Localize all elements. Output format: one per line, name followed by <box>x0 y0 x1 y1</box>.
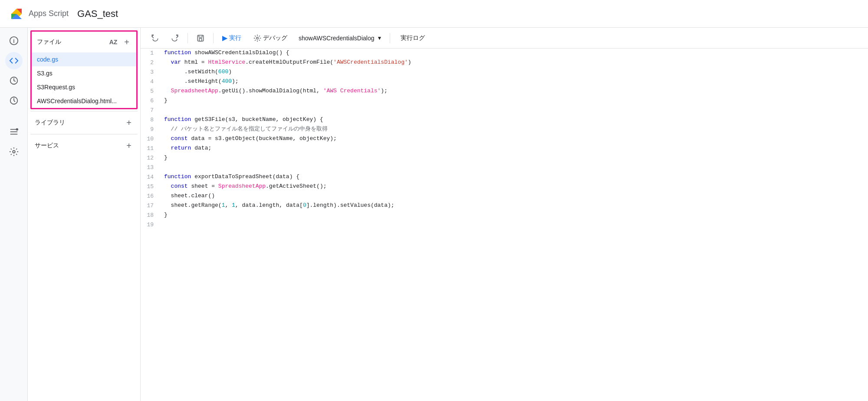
add-file-button[interactable]: + <box>122 36 131 48</box>
code-line-1: 1 function showAWSCredentialsDialog() { <box>141 49 868 58</box>
editor-area: ▶ 実行 デバッグ showAWSCredentialsDialog ▼ 実行ロ… <box>141 28 868 401</box>
files-header: ファイル AZ + <box>32 32 136 52</box>
code-line-4: 4 .setHeight(400); <box>141 77 868 87</box>
libraries-label: ライブラリ <box>35 119 65 127</box>
nav-info[interactable]: i <box>5 32 23 49</box>
code-line-18: 18 } <box>141 211 868 220</box>
code-editor[interactable]: 1 function showAWSCredentialsDialog() { … <box>141 49 868 401</box>
nav-settings[interactable] <box>5 143 23 160</box>
files-header-actions: AZ + <box>108 36 131 48</box>
file-item-s3-gs[interactable]: S3.gs <box>32 66 136 80</box>
debug-button[interactable]: デバッグ <box>248 32 293 45</box>
run-label: 実行 <box>229 34 241 42</box>
toolbar: ▶ 実行 デバッグ showAWSCredentialsDialog ▼ 実行ロ… <box>141 28 868 49</box>
svg-line-5 <box>14 101 15 102</box>
code-line-17: 17 sheet.getRange(1, 1, data.length, dat… <box>141 201 868 211</box>
svg-point-10 <box>16 129 18 130</box>
main-layout: i ファイル AZ + <box>0 28 868 401</box>
toolbar-divider-2 <box>213 33 214 43</box>
code-line-19: 19 <box>141 220 868 230</box>
code-line-8: 8 function getS3File(s3, bucketName, obj… <box>141 115 868 125</box>
code-line-16: 16 sheet.clear() <box>141 192 868 201</box>
run-icon: ▶ <box>222 34 227 42</box>
code-line-3: 3 .setWidth(600) <box>141 68 868 77</box>
sidebar: ファイル AZ + code.gs S3.gs S3Request.gs AWS… <box>28 28 141 401</box>
save-button[interactable] <box>191 32 210 45</box>
svg-point-14 <box>256 37 259 39</box>
files-label: ファイル <box>37 38 61 46</box>
toolbar-divider-1 <box>187 33 188 43</box>
redo-button[interactable] <box>166 32 184 45</box>
code-line-15: 15 const sheet = SpreadsheetApp.getActiv… <box>141 182 868 192</box>
services-section: サービス + <box>28 134 140 157</box>
code-line-2: 2 var html = HtmlService.createHtmlOutpu… <box>141 58 868 68</box>
debug-label: デバッグ <box>263 34 287 42</box>
nav-triggers[interactable] <box>5 92 23 109</box>
icon-nav: i <box>0 28 28 401</box>
file-item-s3request-gs[interactable]: S3Request.gs <box>32 80 136 94</box>
sort-files-button[interactable]: AZ <box>108 37 119 47</box>
svg-text:i: i <box>13 38 14 44</box>
logo-area: Apps Script <box>9 6 69 22</box>
nav-editor[interactable] <box>5 52 23 69</box>
add-library-button[interactable]: + <box>125 117 133 129</box>
execution-log-button[interactable]: 実行ログ <box>395 32 430 45</box>
header: Apps Script GAS_test <box>0 0 868 28</box>
run-button[interactable]: ▶ 実行 <box>217 31 247 45</box>
svg-point-11 <box>13 150 15 153</box>
files-section: ファイル AZ + code.gs S3.gs S3Request.gs AWS… <box>30 30 138 109</box>
libraries-section: ライブラリ + <box>28 111 140 134</box>
code-line-12: 12 } <box>141 153 868 163</box>
svg-rect-13 <box>199 38 202 41</box>
nav-editor-list[interactable] <box>5 123 23 140</box>
function-name: showAWSCredentialsDialog <box>299 35 375 42</box>
execution-log-label: 実行ログ <box>401 34 425 42</box>
services-label: サービス <box>35 142 59 150</box>
app-title: Apps Script <box>29 9 69 18</box>
services-header: サービス + <box>30 134 138 157</box>
code-line-11: 11 return data; <box>141 144 868 153</box>
code-line-10: 10 const data = s3.getObject(bucketName,… <box>141 134 868 144</box>
code-line-13: 13 <box>141 163 868 173</box>
libraries-header: ライブラリ + <box>30 111 138 134</box>
code-line-14: 14 function exportDataToSpreadSheet(data… <box>141 173 868 182</box>
code-line-7: 7 <box>141 106 868 115</box>
toolbar-divider-3 <box>390 33 390 43</box>
add-service-button[interactable]: + <box>125 140 133 152</box>
nav-history[interactable] <box>5 72 23 89</box>
code-line-6: 6 } <box>141 96 868 106</box>
file-list: code.gs S3.gs S3Request.gs AWSCredential… <box>32 52 136 108</box>
chevron-down-icon: ▼ <box>377 35 382 41</box>
code-line-5: 5 SpreadsheetApp.getUi().showModalDialog… <box>141 87 868 96</box>
function-selector[interactable]: showAWSCredentialsDialog ▼ <box>294 32 386 44</box>
apps-script-logo <box>9 6 24 22</box>
file-item-awscredentials-html[interactable]: AWSCredentialsDialog.html... <box>32 94 136 108</box>
code-line-9: 9 // バケット名とファイル名を指定してファイルの中身を取得 <box>141 125 868 134</box>
undo-button[interactable] <box>146 32 164 45</box>
project-title: GAS_test <box>77 8 118 20</box>
file-item-code-gs[interactable]: code.gs <box>32 52 136 66</box>
